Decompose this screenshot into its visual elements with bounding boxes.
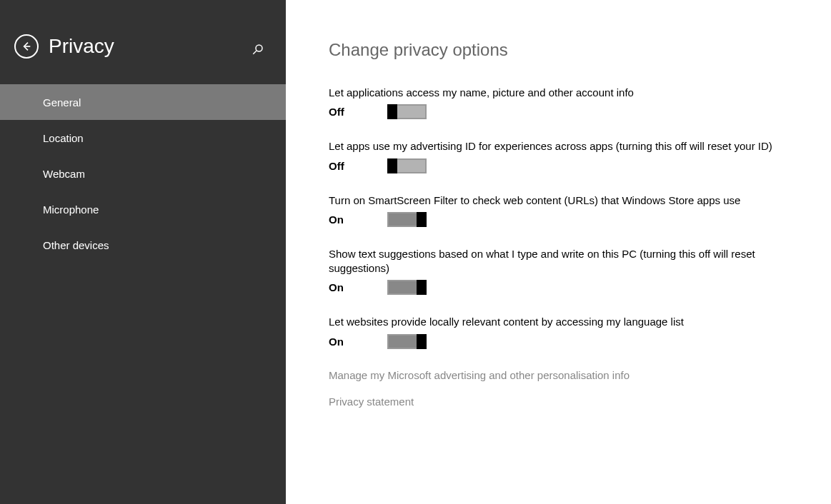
sidebar: Privacy General Location Webcam Micropho… [0,0,286,504]
sidebar-item-general[interactable]: General [0,84,286,120]
toggle-account-info[interactable] [387,104,427,119]
main-content: Change privacy options Let applications … [286,0,831,504]
sidebar-item-microphone[interactable]: Microphone [0,191,286,227]
sidebar-item-label: Microphone [43,203,99,216]
toggle-state-label: On [329,213,387,226]
setting-control-row: On [329,280,795,295]
sidebar-item-label: Location [43,132,84,144]
sidebar-item-label: General [43,96,81,109]
toggle-state-label: On [329,281,387,293]
setting-description: Let apps use my advertising ID for exper… [329,139,786,153]
setting-account-info: Let applications access my name, picture… [329,86,795,119]
setting-advertising-id: Let apps use my advertising ID for exper… [329,139,795,173]
back-button[interactable] [14,34,39,59]
link-manage-advertising[interactable]: Manage my Microsoft advertising and othe… [329,369,630,381]
sidebar-item-label: Webcam [43,168,85,180]
toggle-state-label: Off [329,106,387,118]
setting-control-row: Off [329,158,795,173]
sidebar-item-other-devices[interactable]: Other devices [0,227,286,263]
toggle-state-label: On [329,336,387,348]
toggle-knob [417,280,427,295]
setting-control-row: On [329,334,795,349]
sidebar-header: Privacy [0,0,286,84]
search-button[interactable] [252,43,264,59]
setting-control-row: On [329,212,795,227]
sidebar-nav: General Location Webcam Microphone Other… [0,84,286,263]
link-privacy-statement[interactable]: Privacy statement [329,395,414,408]
sidebar-item-label: Other devices [43,239,109,251]
toggle-knob [387,104,397,119]
setting-smartscreen: Turn on SmartScreen Filter to check web … [329,193,795,227]
toggle-advertising-id[interactable] [387,158,427,173]
toggle-knob [417,212,427,227]
setting-language-list: Let websites provide locally relevant co… [329,315,795,348]
toggle-language-list[interactable] [387,334,427,349]
back-arrow-icon [21,41,32,52]
setting-description: Let applications access my name, picture… [329,86,786,100]
main-title: Change privacy options [329,40,795,60]
svg-point-1 [256,45,262,51]
toggle-state-label: Off [329,160,387,172]
search-icon [252,43,264,56]
toggle-smartscreen[interactable] [387,212,427,227]
sidebar-item-location[interactable]: Location [0,120,286,156]
page-title: Privacy [49,35,114,58]
setting-text-suggestions: Show text suggestions based on what I ty… [329,247,795,296]
setting-description: Let websites provide locally relevant co… [329,315,786,329]
setting-control-row: Off [329,104,795,119]
toggle-knob [417,334,427,349]
svg-line-2 [253,51,257,54]
setting-description: Turn on SmartScreen Filter to check web … [329,193,786,208]
toggle-knob [387,158,397,173]
toggle-text-suggestions[interactable] [387,280,427,295]
setting-description: Show text suggestions based on what I ty… [329,247,786,276]
sidebar-item-webcam[interactable]: Webcam [0,156,286,191]
